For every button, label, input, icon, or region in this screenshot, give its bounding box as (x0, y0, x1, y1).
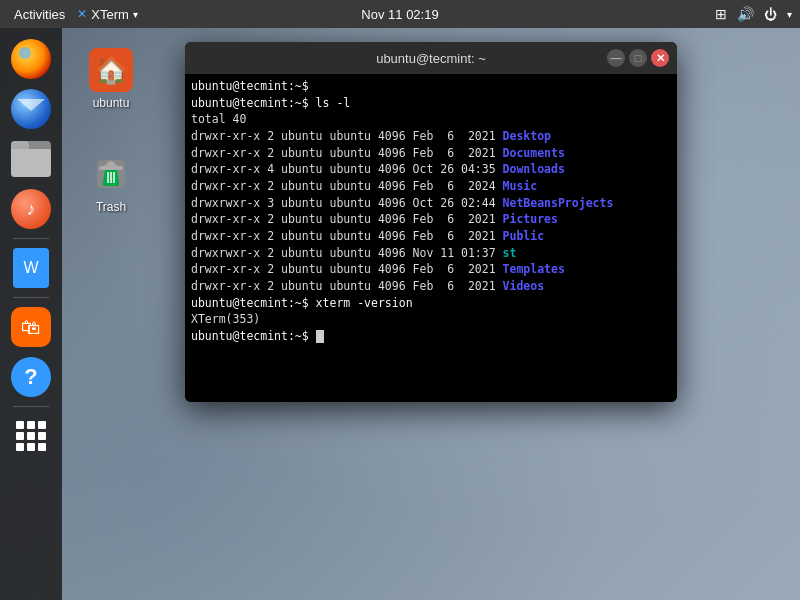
term-line-10: drwxr-xr-x 2 ubuntu ubuntu 4096 Feb 6 20… (191, 228, 671, 245)
dock-separator (13, 238, 49, 239)
term-line-12: drwxr-xr-x 2 ubuntu ubuntu 4096 Feb 6 20… (191, 261, 671, 278)
volume-icon[interactable]: 🔊 (737, 6, 754, 22)
term-line-5: drwxr-xr-x 2 ubuntu ubuntu 4096 Feb 6 20… (191, 145, 671, 162)
ubuntu-home-label: ubuntu (93, 96, 130, 110)
activities-button[interactable]: Activities (8, 5, 71, 24)
term-line-14: ubuntu@tecmint:~$ xterm -version (191, 295, 671, 312)
term-line-1: ubuntu@tecmint:~$ (191, 78, 671, 95)
term-line-4: drwxr-xr-x 2 ubuntu ubuntu 4096 Feb 6 20… (191, 128, 671, 145)
term-line-7: drwxr-xr-x 2 ubuntu ubuntu 4096 Feb 6 20… (191, 178, 671, 195)
panel-app-label[interactable]: XTerm (91, 7, 129, 22)
ubuntu-home-icon: 🏠 (89, 48, 133, 92)
terminal-window: ubuntu@tecmint: ~ — □ ✕ ubuntu@tecmint:~… (185, 42, 677, 402)
terminal-maximize-button[interactable]: □ (629, 49, 647, 67)
term-line-11: drwxrwxr-x 2 ubuntu ubuntu 4096 Nov 11 0… (191, 245, 671, 262)
dock-item-rhythmbox[interactable]: ♪ (8, 186, 54, 232)
trash-svg (89, 152, 133, 196)
term-line-13: drwxr-xr-x 2 ubuntu ubuntu 4096 Feb 6 20… (191, 278, 671, 295)
xterm-icon: ✕ (77, 7, 87, 21)
panel-left: Activities ✕ XTerm ▾ (8, 5, 138, 24)
dock-item-writer[interactable]: W (8, 245, 54, 291)
svg-rect-1 (99, 166, 123, 170)
terminal-titlebar[interactable]: ubuntu@tecmint: ~ — □ ✕ (185, 42, 677, 74)
svg-rect-2 (107, 162, 115, 166)
terminal-body[interactable]: ubuntu@tecmint:~$ ubuntu@tecmint:~$ ls -… (185, 74, 677, 402)
terminal-close-button[interactable]: ✕ (651, 49, 669, 67)
dock-item-thunderbird[interactable] (8, 86, 54, 132)
panel-arrow-icon[interactable]: ▾ (787, 9, 792, 20)
dock-separator-2 (13, 297, 49, 298)
dock-item-files[interactable] (8, 136, 54, 182)
dock-item-firefox[interactable] (8, 36, 54, 82)
dock-item-appstore[interactable]: 🛍 (8, 304, 54, 350)
network-icon[interactable]: ⊞ (715, 6, 727, 22)
terminal-title: ubuntu@tecmint: ~ (376, 51, 486, 66)
term-line-15: XTerm(353) (191, 311, 671, 328)
panel-right: ⊞ 🔊 ⏻ ▾ (715, 6, 792, 22)
term-line-8: drwxrwxr-x 3 ubuntu ubuntu 4096 Oct 26 0… (191, 195, 671, 212)
terminal-minimize-button[interactable]: — (607, 49, 625, 67)
trash-label: Trash (96, 200, 126, 214)
top-panel: Activities ✕ XTerm ▾ Nov 11 02:19 ⊞ 🔊 ⏻ … (0, 0, 800, 28)
panel-datetime[interactable]: Nov 11 02:19 (361, 7, 438, 22)
desktop-icon-trash[interactable]: Trash (76, 148, 146, 218)
term-line-3: total 40 (191, 111, 671, 128)
terminal-controls: — □ ✕ (607, 49, 669, 67)
trash-icon (89, 152, 133, 196)
terminal-cursor (316, 330, 324, 343)
dock-separator-3 (13, 406, 49, 407)
desktop-icon-ubuntu[interactable]: 🏠 ubuntu (76, 44, 146, 114)
dock-item-help[interactable]: ? (8, 354, 54, 400)
panel-app-name: ✕ XTerm ▾ (77, 7, 138, 22)
panel-app-arrow[interactable]: ▾ (133, 9, 138, 20)
term-line-9: drwxr-xr-x 2 ubuntu ubuntu 4096 Feb 6 20… (191, 211, 671, 228)
term-line-6: drwxr-xr-x 4 ubuntu ubuntu 4096 Oct 26 0… (191, 161, 671, 178)
desktop: Activities ✕ XTerm ▾ Nov 11 02:19 ⊞ 🔊 ⏻ … (0, 0, 800, 600)
dock: ♪ W 🛍 ? (0, 28, 62, 600)
term-line-16: ubuntu@tecmint:~$ (191, 328, 671, 345)
power-icon[interactable]: ⏻ (764, 7, 777, 22)
term-line-2: ubuntu@tecmint:~$ ls -l (191, 95, 671, 112)
dock-item-apps[interactable] (8, 413, 54, 459)
